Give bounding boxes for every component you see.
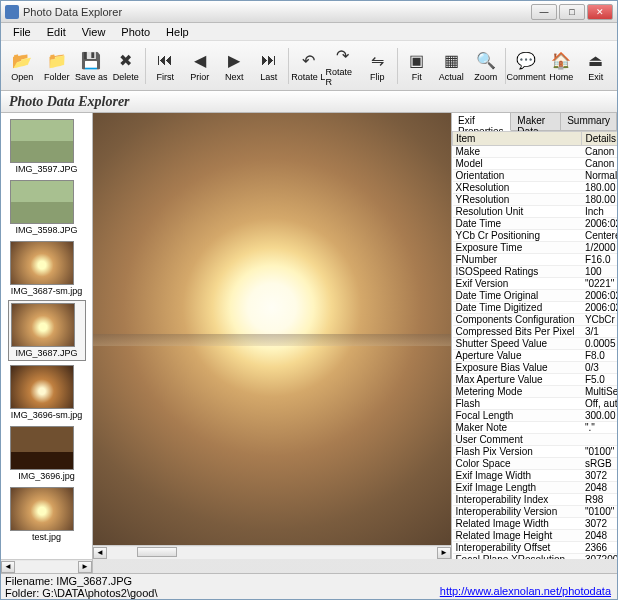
thumbnail[interactable]: IMG_3687.JPG: [8, 300, 86, 361]
menu-help[interactable]: Help: [158, 25, 197, 39]
maximize-button[interactable]: □: [559, 4, 585, 20]
property-row[interactable]: Interoperability Version"0100": [453, 506, 618, 518]
actual-button[interactable]: ▦Actual: [434, 44, 469, 88]
property-row[interactable]: Exif Version"0221": [453, 278, 618, 290]
image-viewer[interactable]: [93, 113, 451, 545]
tab-exif-properties[interactable]: Exif Properties: [452, 113, 511, 131]
thumbnail-strip[interactable]: IMG_3597.JPGIMG_3598.JPGIMG_3687-sm.jpgI…: [1, 113, 93, 559]
property-name: Orientation: [453, 170, 582, 182]
last-button[interactable]: ⏭Last: [252, 44, 287, 88]
property-value: ".": [582, 422, 617, 434]
col-item[interactable]: Item: [453, 132, 582, 146]
thumbnail[interactable]: IMG_3696.jpg: [8, 424, 86, 483]
property-row[interactable]: Exposure Bias Value0/3: [453, 362, 618, 374]
property-row[interactable]: ModelCanon EOS 300D DIGITAL: [453, 158, 618, 170]
exif-properties-table[interactable]: ItemDetails MakeCanonModelCanon EOS 300D…: [452, 131, 617, 559]
tab-summary[interactable]: Summary: [561, 113, 617, 130]
property-row[interactable]: Maker Note".": [453, 422, 618, 434]
property-row[interactable]: Related Image Width3072: [453, 518, 618, 530]
property-row[interactable]: Focal Length300.00 mm: [453, 410, 618, 422]
property-row[interactable]: Resolution UnitInch: [453, 206, 618, 218]
property-row[interactable]: Date Time Original2006:02:09 17:42:02: [453, 290, 618, 302]
comment-button[interactable]: 💬Comment: [508, 44, 544, 88]
thumbs-hscrollbar[interactable]: ◄ ►: [1, 559, 93, 573]
thumbnail[interactable]: IMG_3687-sm.jpg: [8, 239, 86, 298]
thumb-scroll-track[interactable]: [15, 561, 78, 573]
property-row[interactable]: FNumberF16.0: [453, 254, 618, 266]
property-name: Make: [453, 146, 582, 158]
property-row[interactable]: Interoperability Offset2366: [453, 542, 618, 554]
folder-button[interactable]: 📁Folder: [40, 44, 75, 88]
property-row[interactable]: YCb Cr PositioningCentered: [453, 230, 618, 242]
tab-maker-data[interactable]: Maker Data: [511, 113, 561, 130]
rotate-r-button[interactable]: ↷Rotate R: [326, 44, 361, 88]
property-row[interactable]: Metering ModeMultiSegment: [453, 386, 618, 398]
thumbnail[interactable]: IMG_3598.JPG: [8, 178, 86, 237]
thumbnail-image: [10, 180, 74, 224]
scroll-track[interactable]: [107, 547, 437, 559]
property-row[interactable]: Color SpacesRGB: [453, 458, 618, 470]
property-row[interactable]: OrientationNormal: [453, 170, 618, 182]
viewer-hscrollbar[interactable]: ◄ ►: [93, 545, 451, 559]
property-row[interactable]: Interoperability IndexR98: [453, 494, 618, 506]
minimize-button[interactable]: —: [531, 4, 557, 20]
property-row[interactable]: FlashOff, auto mode: [453, 398, 618, 410]
zoom-button[interactable]: 🔍Zoom: [469, 44, 504, 88]
property-row[interactable]: Exposure Time1/2000 sec: [453, 242, 618, 254]
property-row[interactable]: User Comment: [453, 434, 618, 446]
open-button[interactable]: 📂Open: [5, 44, 40, 88]
property-row[interactable]: Shutter Speed Value0.0005 sec (1/2000): [453, 338, 618, 350]
exit-button[interactable]: ⏏Exit: [579, 44, 614, 88]
close-button[interactable]: ✕: [587, 4, 613, 20]
filename-value: IMG_3687.JPG: [56, 575, 132, 587]
flip-button[interactable]: ⇋Flip: [360, 44, 395, 88]
property-value: 3/1: [582, 326, 617, 338]
property-row[interactable]: Components ConfigurationYCbCr: [453, 314, 618, 326]
menu-view[interactable]: View: [74, 25, 114, 39]
property-row[interactable]: ISOSpeed Ratings100: [453, 266, 618, 278]
property-row[interactable]: Focal Plane XResolution3072000/892: [453, 554, 618, 560]
property-row[interactable]: Compressed Bits Per Pixel3/1: [453, 326, 618, 338]
property-row[interactable]: Date Time2006:02:09 17:42:02: [453, 218, 618, 230]
property-value: [582, 434, 617, 446]
delete-button[interactable]: ✖Delete: [109, 44, 144, 88]
property-value: R98: [582, 494, 617, 506]
thumbnail[interactable]: test.jpg: [8, 485, 86, 544]
thumb-scroll-left[interactable]: ◄: [1, 561, 15, 573]
app-window: Photo Data Explorer — □ ✕ FileEditViewPh…: [0, 0, 618, 600]
property-row[interactable]: Date Time Digitized2006:02:09 17:42:02: [453, 302, 618, 314]
toolbar-label: Folder: [44, 72, 70, 82]
property-row[interactable]: Max Aperture ValueF5.0: [453, 374, 618, 386]
col-details[interactable]: Details: [582, 132, 617, 146]
menu-photo[interactable]: Photo: [113, 25, 158, 39]
property-value: "0100": [582, 506, 617, 518]
properties-tabs: Exif PropertiesMaker DataSummary: [452, 113, 617, 131]
home-button[interactable]: 🏠Home: [544, 44, 579, 88]
rotate-l-button[interactable]: ↶Rotate L: [291, 44, 326, 88]
menu-file[interactable]: File: [5, 25, 39, 39]
property-row[interactable]: YResolution180.00: [453, 194, 618, 206]
property-row[interactable]: MakeCanon: [453, 146, 618, 158]
toolbar-separator: [397, 48, 398, 84]
thumb-scroll-right[interactable]: ►: [78, 561, 92, 573]
first-button[interactable]: ⏮First: [148, 44, 183, 88]
property-row[interactable]: Aperture ValueF8.0: [453, 350, 618, 362]
property-row[interactable]: Flash Pix Version"0100": [453, 446, 618, 458]
menu-edit[interactable]: Edit: [39, 25, 74, 39]
next-button[interactable]: ▶Next: [217, 44, 252, 88]
scroll-right-button[interactable]: ►: [437, 547, 451, 559]
thumbnail[interactable]: IMG_3696-sm.jpg: [8, 363, 86, 422]
property-row[interactable]: Related Image Height2048: [453, 530, 618, 542]
website-link[interactable]: http://www.alexnolan.net/photodata: [440, 585, 611, 597]
scroll-handle[interactable]: [137, 547, 177, 557]
property-row[interactable]: Exif Image Length2048: [453, 482, 618, 494]
property-row[interactable]: XResolution180.00: [453, 182, 618, 194]
scroll-left-button[interactable]: ◄: [93, 547, 107, 559]
cloud-band: [93, 334, 451, 346]
thumbnail[interactable]: IMG_3597.JPG: [8, 117, 86, 176]
save-as-button[interactable]: 💾Save as: [74, 44, 109, 88]
fit-button[interactable]: ▣Fit: [400, 44, 435, 88]
property-row[interactable]: Exif Image Width3072: [453, 470, 618, 482]
prior-button[interactable]: ◀Prior: [183, 44, 218, 88]
fit-icon: ▣: [406, 49, 428, 71]
